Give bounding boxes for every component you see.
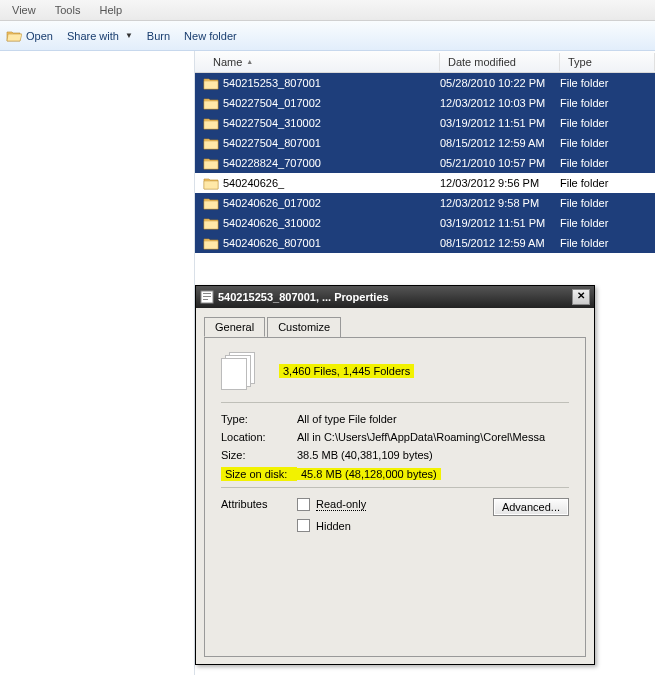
table-row[interactable]: 540227504_80700108/15/2012 12:59 AMFile … bbox=[195, 133, 655, 153]
folder-icon bbox=[203, 156, 219, 170]
file-date: 08/15/2012 12:59 AM bbox=[440, 137, 560, 149]
type-label: Type: bbox=[221, 413, 297, 425]
file-count-summary: 3,460 Files, 1,445 Folders bbox=[279, 364, 414, 378]
file-name: 540228824_707000 bbox=[223, 157, 440, 169]
file-name: 540215253_807001 bbox=[223, 77, 440, 89]
file-date: 05/28/2010 10:22 PM bbox=[440, 77, 560, 89]
file-type: File folder bbox=[560, 117, 655, 129]
size-on-disk-value: 45.8 MB (48,128,000 bytes) bbox=[297, 468, 441, 480]
svg-rect-1 bbox=[203, 293, 211, 294]
file-name: 540227504_310002 bbox=[223, 117, 440, 129]
folder-icon bbox=[203, 176, 219, 190]
folder-icon bbox=[203, 196, 219, 210]
table-row[interactable]: 540240626_01700212/03/2012 9:58 PMFile f… bbox=[195, 193, 655, 213]
burn-label: Burn bbox=[147, 30, 170, 42]
file-list[interactable]: 540215253_80700105/28/2010 10:22 PMFile … bbox=[195, 73, 655, 253]
attributes-row: Attributes Read-only Hidden Advanced... bbox=[221, 498, 569, 540]
file-name: 540240626_310002 bbox=[223, 217, 440, 229]
toolbar: Open Share with ▼ Burn New folder bbox=[0, 21, 655, 51]
file-type: File folder bbox=[560, 137, 655, 149]
table-row[interactable]: 540240626_80700108/15/2012 12:59 AMFile … bbox=[195, 233, 655, 253]
menu-tools[interactable]: Tools bbox=[47, 2, 89, 18]
size-on-disk-label: Size on disk: bbox=[221, 467, 297, 481]
table-row[interactable]: 540227504_01700212/03/2012 10:03 PMFile … bbox=[195, 93, 655, 113]
folder-icon bbox=[203, 96, 219, 110]
chevron-down-icon: ▼ bbox=[125, 31, 133, 40]
file-name: 540240626_ bbox=[223, 177, 440, 189]
checkbox-icon bbox=[297, 498, 310, 511]
open-label: Open bbox=[26, 30, 53, 42]
table-row[interactable]: 540240626_31000203/19/2012 11:51 PMFile … bbox=[195, 213, 655, 233]
checkbox-icon bbox=[297, 519, 310, 532]
row-type: Type: All of type File folder bbox=[221, 413, 569, 425]
file-type: File folder bbox=[560, 77, 655, 89]
dialog-titlebar[interactable]: 540215253_807001, ... Properties ✕ bbox=[196, 286, 594, 308]
file-date: 03/19/2012 11:51 PM bbox=[440, 117, 560, 129]
column-name-label: Name bbox=[213, 56, 242, 68]
file-type: File folder bbox=[560, 177, 655, 189]
dialog-title: 540215253_807001, ... Properties bbox=[218, 291, 572, 303]
menubar: View Tools Help bbox=[0, 0, 655, 21]
table-row[interactable]: 540227504_31000203/19/2012 11:51 PMFile … bbox=[195, 113, 655, 133]
file-date: 12/03/2012 9:56 PM bbox=[440, 177, 560, 189]
sort-asc-icon: ▲ bbox=[246, 58, 253, 65]
file-date: 12/03/2012 9:58 PM bbox=[440, 197, 560, 209]
file-type: File folder bbox=[560, 217, 655, 229]
file-date: 08/15/2012 12:59 AM bbox=[440, 237, 560, 249]
menu-help[interactable]: Help bbox=[91, 2, 130, 18]
file-name: 540240626_807001 bbox=[223, 237, 440, 249]
file-name: 540240626_017002 bbox=[223, 197, 440, 209]
table-row[interactable]: 540228824_70700005/21/2010 10:57 PMFile … bbox=[195, 153, 655, 173]
folder-icon bbox=[203, 76, 219, 90]
row-size-on-disk: Size on disk: 45.8 MB (48,128,000 bytes) bbox=[221, 467, 569, 481]
folder-icon bbox=[203, 216, 219, 230]
hidden-label: Hidden bbox=[316, 520, 351, 532]
location-label: Location: bbox=[221, 431, 297, 443]
file-type: File folder bbox=[560, 197, 655, 209]
size-label: Size: bbox=[221, 449, 297, 461]
readonly-check[interactable]: Read-only bbox=[297, 498, 493, 511]
navigation-pane[interactable] bbox=[0, 51, 195, 675]
burn-button[interactable]: Burn bbox=[147, 30, 170, 42]
tab-general[interactable]: General bbox=[204, 317, 265, 337]
row-size: Size: 38.5 MB (40,381,109 bytes) bbox=[221, 449, 569, 461]
attribute-checks: Read-only Hidden bbox=[297, 498, 493, 540]
file-name: 540227504_807001 bbox=[223, 137, 440, 149]
divider bbox=[221, 487, 569, 488]
dialog-tabs: General Customize bbox=[204, 317, 586, 338]
file-type: File folder bbox=[560, 97, 655, 109]
table-row[interactable]: 540240626_12/03/2012 9:56 PMFile folder bbox=[195, 173, 655, 193]
divider bbox=[221, 402, 569, 403]
size-value: 38.5 MB (40,381,109 bytes) bbox=[297, 449, 569, 461]
row-location: Location: All in C:\Users\Jeff\AppData\R… bbox=[221, 431, 569, 443]
attributes-label: Attributes bbox=[221, 498, 297, 510]
new-folder-button[interactable]: New folder bbox=[184, 30, 237, 42]
file-date: 03/19/2012 11:51 PM bbox=[440, 217, 560, 229]
file-date: 12/03/2012 10:03 PM bbox=[440, 97, 560, 109]
summary-row: 3,460 Files, 1,445 Folders bbox=[221, 352, 569, 390]
share-with-button[interactable]: Share with ▼ bbox=[67, 30, 133, 42]
share-label: Share with bbox=[67, 30, 119, 42]
column-date[interactable]: Date modified bbox=[440, 53, 560, 71]
hidden-check[interactable]: Hidden bbox=[297, 519, 493, 532]
folder-icon bbox=[203, 236, 219, 250]
open-folder-icon bbox=[6, 28, 22, 44]
location-value: All in C:\Users\Jeff\AppData\Roaming\Cor… bbox=[297, 431, 569, 443]
dialog-body: General Customize 3,460 Files, 1,445 Fol… bbox=[196, 308, 594, 665]
column-name[interactable]: Name ▲ bbox=[195, 53, 440, 71]
menu-view[interactable]: View bbox=[4, 2, 44, 18]
readonly-label: Read-only bbox=[316, 498, 366, 511]
open-button[interactable]: Open bbox=[6, 28, 53, 44]
advanced-button[interactable]: Advanced... bbox=[493, 498, 569, 516]
tab-customize[interactable]: Customize bbox=[267, 317, 341, 337]
tab-panel-general: 3,460 Files, 1,445 Folders Type: All of … bbox=[204, 337, 586, 657]
close-button[interactable]: ✕ bbox=[572, 289, 590, 305]
table-row[interactable]: 540215253_80700105/28/2010 10:22 PMFile … bbox=[195, 73, 655, 93]
svg-rect-3 bbox=[203, 299, 208, 300]
type-value: All of type File folder bbox=[297, 413, 569, 425]
file-date: 05/21/2010 10:57 PM bbox=[440, 157, 560, 169]
document-stack-icon bbox=[221, 352, 259, 390]
file-type: File folder bbox=[560, 157, 655, 169]
column-headers: Name ▲ Date modified Type bbox=[195, 51, 655, 73]
column-type[interactable]: Type bbox=[560, 53, 655, 71]
